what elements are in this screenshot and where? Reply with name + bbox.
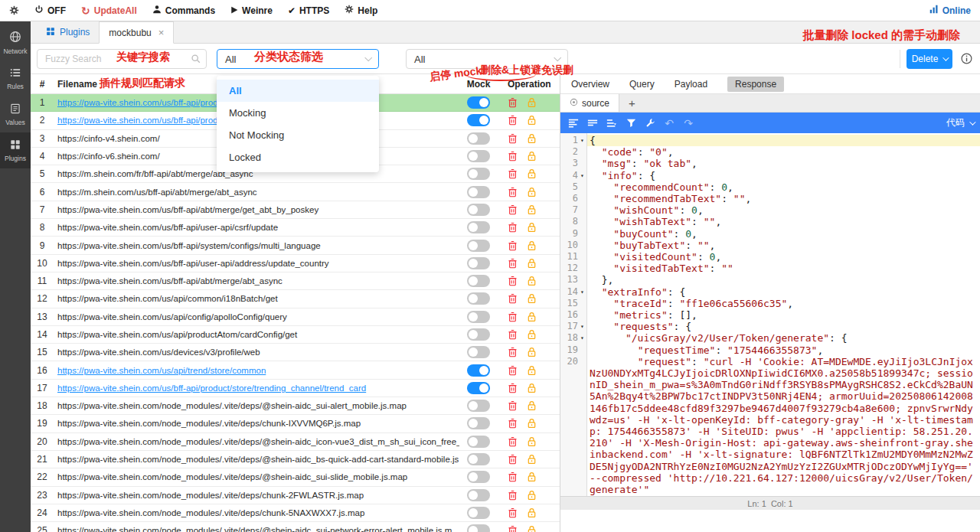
row-filename-link[interactable]: https://pwa-vite.shein.com/us/devices/v3… xyxy=(54,348,459,357)
tab-plugins[interactable]: Plugins xyxy=(37,21,99,43)
row-filename-link[interactable]: https://pwa-vite.shein.com/node_modules/… xyxy=(54,419,459,428)
rule-row[interactable]: 12https://pwa-vite.shein.com/us/api/comm… xyxy=(31,290,560,308)
delete-row-icon[interactable] xyxy=(508,258,518,269)
lock-row-icon[interactable] xyxy=(527,204,537,215)
delete-row-icon[interactable] xyxy=(508,365,518,376)
rule-row[interactable]: 9https://pwa-vite.shein.com/us/bff-api/s… xyxy=(31,237,560,254)
row-filename-link[interactable]: https://m.shein.com/us/bff-api/abt/merge… xyxy=(54,188,459,197)
delete-button[interactable]: Delete xyxy=(906,49,952,69)
mock-toggle[interactable] xyxy=(467,507,490,519)
mock-toggle[interactable] xyxy=(467,204,490,216)
row-filename-link[interactable]: https://pwa-vite.shein.com/node_modules/… xyxy=(54,472,459,481)
delete-row-icon[interactable] xyxy=(508,508,518,518)
lock-row-icon[interactable] xyxy=(527,240,537,251)
delete-row-icon[interactable] xyxy=(508,490,518,501)
filter-icon[interactable] xyxy=(624,116,638,130)
sidebar-item-rules[interactable]: Rules xyxy=(0,60,31,96)
delete-row-icon[interactable] xyxy=(508,276,518,286)
row-filename-link[interactable]: https://pwa-vite.shein.com/node_modules/… xyxy=(54,455,459,464)
row-filename-link[interactable]: https://pwa-vite.shein.com/us/api/produc… xyxy=(54,330,459,339)
delete-row-icon[interactable] xyxy=(508,204,518,215)
rule-row[interactable]: 23https://pwa-vite.shein.com/node_module… xyxy=(31,487,560,504)
detail-tab-overview[interactable]: Overview xyxy=(571,79,609,90)
update-all-button[interactable]: ↻ UpdateAll xyxy=(81,5,137,16)
detail-tab-payload[interactable]: Payload xyxy=(675,79,707,90)
sidebar-item-network[interactable]: Network xyxy=(0,24,31,60)
delete-row-icon[interactable] xyxy=(508,151,518,162)
mock-toggle[interactable] xyxy=(467,150,490,162)
tab-source[interactable]: source xyxy=(560,94,619,112)
info-icon[interactable] xyxy=(961,53,972,67)
rule-row[interactable]: 14https://pwa-vite.shein.com/us/api/prod… xyxy=(31,326,560,344)
mock-toggle[interactable] xyxy=(467,328,490,341)
lock-row-icon[interactable] xyxy=(527,312,537,322)
rule-row[interactable]: 20https://pwa-vite.shein.com/node_module… xyxy=(31,433,560,451)
mock-toggle[interactable] xyxy=(467,346,490,358)
lock-row-icon[interactable] xyxy=(527,168,537,179)
format-icon[interactable] xyxy=(567,116,580,130)
rule-row[interactable]: 8https://pwa-vite.shein.com/us/bff-api/u… xyxy=(31,219,560,237)
mock-toggle[interactable] xyxy=(467,221,490,233)
row-filename-link[interactable]: https://pwa-vite.shein.com/us/bff-api/sy… xyxy=(54,241,459,250)
mock-toggle[interactable] xyxy=(467,257,490,269)
rule-row[interactable]: 13https://pwa-vite.shein.com/us/api/conf… xyxy=(31,308,560,326)
delete-row-icon[interactable] xyxy=(508,472,518,482)
mock-toggle[interactable] xyxy=(467,168,490,180)
rule-row[interactable]: 19https://pwa-vite.shein.com/node_module… xyxy=(31,415,560,432)
row-filename-link[interactable]: https://pwa-vite.shein.com/us/bff-api/us… xyxy=(54,259,459,268)
dropdown-option-locked[interactable]: Locked xyxy=(217,146,379,168)
second-filter-select[interactable]: All xyxy=(406,49,568,69)
mock-toggle[interactable] xyxy=(467,453,490,465)
fold-arrow-icon[interactable]: ▾ xyxy=(578,332,586,344)
mock-toggle[interactable] xyxy=(467,417,490,429)
lock-row-icon[interactable] xyxy=(527,133,537,144)
fold-arrow-icon[interactable]: ▾ xyxy=(578,321,586,332)
tab-mockbubu[interactable]: mockbubu × xyxy=(99,21,174,44)
rule-row[interactable]: 11https://pwa-vite.shein.com/us/bff-api/… xyxy=(31,273,560,290)
compact-icon[interactable] xyxy=(586,116,599,130)
rule-row[interactable]: 18https://pwa-vite.shein.com/node_module… xyxy=(31,397,560,415)
mock-toggle[interactable] xyxy=(467,524,490,532)
lock-row-icon[interactable] xyxy=(527,222,537,233)
fold-arrow-icon[interactable]: ▾ xyxy=(578,170,586,181)
rule-row[interactable]: 16https://pwa-vite.shein.com/us/api/tren… xyxy=(31,361,560,379)
delete-row-icon[interactable] xyxy=(508,418,518,429)
dropdown-option-not-mocking[interactable]: Not Mocking xyxy=(217,124,379,146)
settings-gear-icon[interactable] xyxy=(9,5,19,15)
lock-row-icon[interactable] xyxy=(527,293,537,304)
row-filename-link[interactable]: https://pwa-vite.shein.com/us/bff-api/ab… xyxy=(54,205,459,214)
add-tab-button[interactable]: + xyxy=(629,96,635,109)
mock-toggle[interactable] xyxy=(467,364,490,377)
commands-button[interactable]: Commands xyxy=(152,5,215,16)
rule-row[interactable]: 24https://pwa-vite.shein.com/node_module… xyxy=(31,504,560,522)
off-button[interactable]: OFF xyxy=(34,5,66,17)
rule-row[interactable]: 17https://pwa-vite.shein.com/us/bff-api/… xyxy=(31,380,560,397)
lock-row-icon[interactable] xyxy=(527,383,537,393)
row-filename-link[interactable]: https://pwa-vite.shein.com/us/bff-api/ab… xyxy=(54,276,459,286)
sort-icon[interactable] xyxy=(605,116,619,130)
mock-toggle[interactable] xyxy=(467,114,490,126)
lock-row-icon[interactable] xyxy=(527,454,537,465)
row-filename-link[interactable]: https://pwa-vite.shein.com/node_modules/… xyxy=(54,526,459,532)
fuzzy-search-input[interactable] xyxy=(37,49,207,69)
rule-row[interactable]: 15https://pwa-vite.shein.com/us/devices/… xyxy=(31,344,560,361)
delete-row-icon[interactable] xyxy=(508,115,518,126)
mock-toggle[interactable] xyxy=(467,292,490,305)
delete-row-icon[interactable] xyxy=(508,400,518,411)
lock-row-icon[interactable] xyxy=(527,347,537,357)
lock-row-icon[interactable] xyxy=(527,151,537,162)
mock-toggle[interactable] xyxy=(467,132,490,145)
delete-row-icon[interactable] xyxy=(508,383,518,393)
delete-row-icon[interactable] xyxy=(508,222,518,233)
rule-row[interactable]: 10https://pwa-vite.shein.com/us/bff-api/… xyxy=(31,255,560,273)
delete-row-icon[interactable] xyxy=(508,525,518,532)
lock-row-icon[interactable] xyxy=(527,97,537,108)
lock-row-icon[interactable] xyxy=(527,400,537,411)
row-filename-link[interactable]: https://pwa-vite.shein.com/node_modules/… xyxy=(54,491,459,500)
delete-row-icon[interactable] xyxy=(508,312,518,322)
row-filename-link[interactable]: https://pwa-vite.shein.com/node_modules/… xyxy=(54,401,459,410)
rule-row[interactable]: 21https://pwa-vite.shein.com/node_module… xyxy=(31,451,560,468)
lock-row-icon[interactable] xyxy=(527,490,537,501)
sidebar-item-plugins[interactable]: Plugins xyxy=(0,132,31,168)
row-filename-link[interactable]: https://pwa-vite.shein.com/us/bff-api/pr… xyxy=(54,383,459,393)
